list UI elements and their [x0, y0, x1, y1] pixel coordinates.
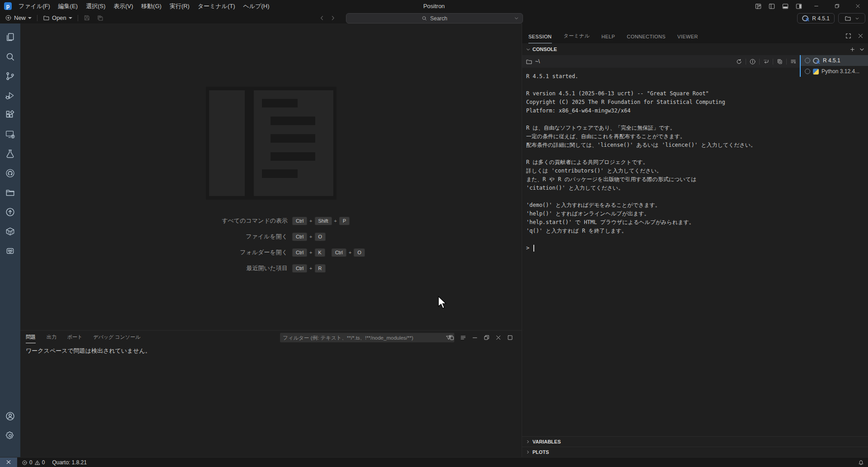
menu-run[interactable]: 実行(R) — [166, 0, 194, 12]
session-radio[interactable] — [805, 58, 810, 63]
tab-problems[interactable]: 問題 — [26, 331, 36, 343]
search-input[interactable]: Search — [346, 13, 523, 23]
menu-go[interactable]: 移動(G) — [137, 0, 166, 12]
activity-explorer-icon[interactable] — [0, 28, 20, 47]
error-icon — [22, 460, 28, 466]
console-line: 'q()' と入力すれば R を終了します。 — [526, 227, 797, 235]
expand-panel-icon[interactable] — [845, 33, 852, 39]
problems-filter-field[interactable] — [280, 335, 445, 341]
keycap: Ctrl — [331, 248, 346, 257]
activity-extensions-icon[interactable] — [0, 105, 20, 125]
forward-button[interactable] — [330, 15, 336, 21]
menu-terminal[interactable]: ターミナル(T) — [194, 0, 239, 12]
minimize-button[interactable] — [806, 0, 826, 12]
session-python[interactable]: Python 3.12.4... — [801, 66, 868, 77]
activity-testing-icon[interactable] — [0, 144, 20, 163]
chevron-down-icon[interactable] — [514, 16, 519, 21]
activity-settings-gear-icon[interactable] — [0, 426, 20, 445]
shortcut-label: ファイルを開く — [77, 233, 292, 241]
session-radio[interactable] — [805, 69, 810, 74]
tab-debug-console[interactable]: デバッグ コンソール — [93, 331, 140, 343]
minimize-panel-icon[interactable] — [471, 334, 478, 341]
tab-ports[interactable]: ポート — [67, 331, 83, 343]
duplicate-session-icon[interactable] — [776, 58, 783, 65]
section-variables[interactable]: VARIABLES — [522, 436, 868, 447]
activity-source-control-icon[interactable] — [0, 66, 20, 86]
console-output[interactable]: R 4.5.1 started. R version 4.5.1 (2025-0… — [526, 70, 797, 414]
problems-filter-input[interactable] — [280, 333, 454, 342]
warning-count: 0 — [42, 459, 45, 466]
toggle-panel-icon[interactable] — [779, 0, 792, 12]
activity-account-icon[interactable] — [0, 406, 20, 426]
shortcut-row: 最近開いた項目 Ctrl+R — [77, 260, 465, 276]
activity-publish-icon[interactable] — [0, 202, 20, 222]
back-button[interactable] — [319, 15, 325, 21]
interpreter-button[interactable]: R R 4.5.1 — [797, 13, 835, 23]
open-button[interactable]: Open — [40, 13, 75, 23]
activity-folder-icon[interactable] — [0, 183, 20, 202]
view-as-list-icon[interactable] — [460, 334, 467, 341]
activity-github-icon[interactable] — [0, 163, 20, 183]
circle-plus-icon — [5, 14, 12, 21]
menubar: ファイル(F)編集(E)選択(S)表示(V)移動(G)実行(R)ターミナル(T)… — [14, 0, 273, 12]
title-bar: p ファイル(F)編集(E)選択(S)表示(V)移動(G)実行(R)ターミナル(… — [0, 0, 868, 12]
toggle-secondary-sidebar-icon[interactable] — [792, 0, 806, 12]
menu-view[interactable]: 表示(V) — [110, 0, 137, 12]
menu-file[interactable]: ファイル(F) — [14, 0, 54, 12]
remote-indicator[interactable] — [0, 458, 17, 467]
tab-session[interactable]: SESSION — [528, 34, 552, 43]
quarto-status[interactable]: Quarto: 1.8.21 — [52, 459, 87, 466]
close-panel-icon[interactable] — [495, 334, 502, 341]
keycap: O — [315, 233, 326, 241]
save-all-button[interactable] — [93, 13, 107, 23]
account-icon — [5, 411, 15, 421]
activity-run-debug-icon[interactable] — [0, 86, 20, 105]
close-button[interactable] — [847, 0, 868, 12]
tab-terminal[interactable]: ターミナル — [564, 33, 590, 43]
chevron-down-icon — [855, 16, 859, 21]
info-icon[interactable] — [749, 58, 756, 65]
keycap: Ctrl — [292, 217, 307, 225]
tab-output[interactable]: 出力 — [47, 331, 56, 343]
session-r[interactable]: R R 4.5.1 — [801, 55, 868, 66]
tab-connections[interactable]: CONNECTIONS — [627, 34, 666, 43]
shortcut-keys: Ctrl+O — [292, 232, 326, 241]
menu-selection[interactable]: 選択(S) — [82, 0, 109, 12]
activity-search-icon[interactable] — [0, 47, 20, 66]
console-prompt[interactable]: > — [526, 244, 797, 252]
notifications-bell[interactable] — [858, 458, 864, 467]
restore-button[interactable] — [826, 0, 847, 12]
keycap: R — [315, 264, 326, 273]
activity-container-icon[interactable] — [0, 222, 20, 241]
tab-viewer[interactable]: VIEWER — [677, 34, 698, 43]
console-line: 'help()' とすればオンラインヘルプが出ます。 — [526, 210, 797, 218]
workspace-button[interactable] — [838, 13, 865, 23]
customize-layout-icon[interactable] — [751, 0, 765, 12]
console-section-header[interactable]: CONSOLE — [522, 43, 868, 55]
restore-panel-icon[interactable] — [483, 334, 490, 341]
maximize-panel-icon[interactable] — [507, 334, 513, 341]
clear-console-icon[interactable] — [790, 58, 797, 65]
section-plots[interactable]: PLOTS — [522, 447, 868, 457]
toggle-primary-sidebar-icon[interactable] — [765, 0, 779, 12]
save-button[interactable] — [80, 13, 93, 23]
restart-icon[interactable] — [736, 58, 742, 65]
menu-help[interactable]: ヘルプ(H) — [239, 0, 274, 12]
chevron-down-icon[interactable] — [859, 47, 865, 52]
tab-help[interactable]: HELP — [602, 34, 615, 43]
interrupt-icon[interactable] — [763, 58, 770, 65]
activity-remote-explorer-icon[interactable] — [0, 125, 20, 144]
duplicate-panel-icon[interactable] — [448, 334, 455, 341]
warning-icon — [34, 460, 40, 466]
save-all-icon — [97, 14, 104, 22]
activity-ai-assistant-icon[interactable] — [0, 241, 20, 261]
close-panel-icon[interactable] — [857, 33, 864, 39]
add-session-icon[interactable] — [849, 47, 855, 52]
run-debug-icon — [5, 90, 15, 101]
explorer-icon — [5, 32, 15, 42]
console-working-directory[interactable]: ~\ — [526, 58, 540, 65]
menu-edit[interactable]: 編集(E) — [54, 0, 82, 12]
problems-status[interactable]: 0 0 — [22, 459, 45, 466]
new-button[interactable]: New — [2, 13, 35, 23]
shortcut-row: フォルダーを開く Ctrl+KCtrl+O — [77, 244, 465, 260]
